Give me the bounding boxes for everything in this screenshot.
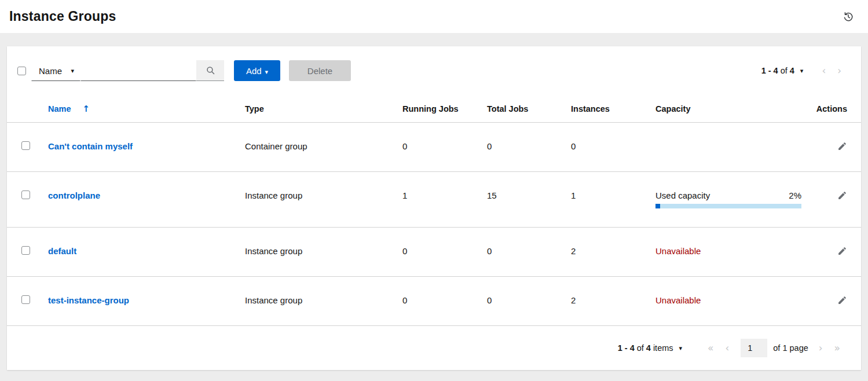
prev-page-button[interactable]: ‹ (719, 343, 735, 353)
cell-instances: 2 (571, 228, 655, 277)
column-header-name[interactable]: Name↑ (48, 96, 245, 123)
instance-group-link[interactable]: default (48, 246, 76, 256)
first-page-button[interactable]: « (702, 343, 719, 353)
history-icon-button[interactable] (841, 10, 855, 24)
pagination-bottom: 1 - 4 of 4 items ▾ « ‹ of 1 page › » (7, 326, 861, 370)
cell-type: Instance group (245, 228, 402, 277)
edit-button[interactable] (837, 246, 847, 256)
row-checkbox[interactable] (21, 141, 30, 150)
search-button[interactable] (196, 60, 224, 81)
add-button[interactable]: Add▾ (234, 60, 280, 81)
cell-instances: 1 (571, 172, 655, 228)
cell-total-jobs: 0 (487, 277, 571, 326)
cell-type: Instance group (245, 172, 402, 228)
chevron-down-icon: ▾ (679, 345, 683, 351)
cell-instances: 0 (571, 123, 655, 172)
edit-button[interactable] (837, 141, 847, 151)
sort-ascending-icon[interactable]: ↑ (83, 104, 90, 114)
cell-running-jobs: 0 (402, 228, 487, 277)
table-row: default Instance group 0 0 2 Unavailable (7, 228, 861, 277)
page-header: Instance Groups (0, 0, 868, 33)
chevron-down-icon: ▾ (71, 68, 74, 74)
edit-button[interactable] (837, 190, 847, 200)
search-input[interactable] (80, 60, 196, 81)
instance-groups-card: Name ▾ Add▾ Delete 1 - 4 of 4 ▾ (7, 46, 861, 370)
filter-key-label: Name (39, 66, 62, 76)
capacity-unavailable-label: Unavailable (655, 295, 701, 305)
cell-capacity: Used capacity 2% (655, 172, 809, 228)
search-box (80, 60, 224, 81)
add-button-label: Add (246, 66, 262, 76)
column-header-actions: Actions (809, 96, 861, 123)
column-header-instances: Instances (571, 96, 655, 123)
filter-key-select[interactable]: Name ▾ (31, 60, 80, 81)
pagination-top: 1 - 4 of 4 ▾ ‹ › (761, 66, 847, 76)
cell-total-jobs: 15 (487, 172, 571, 228)
table-header-row: Name↑ Type Running Jobs Total Jobs Insta… (7, 96, 861, 123)
page-count-label: of 1 page (773, 343, 808, 353)
cell-type: Container group (245, 123, 402, 172)
instance-group-link[interactable]: controlplane (48, 190, 100, 200)
prev-page-button[interactable]: ‹ (816, 66, 832, 76)
column-header-type: Type (245, 96, 402, 123)
search-icon (206, 65, 215, 75)
delete-button[interactable]: Delete (289, 60, 351, 81)
pagination-of: of (781, 66, 788, 75)
capacity-unavailable-label: Unavailable (655, 246, 701, 256)
cell-running-jobs: 1 (402, 172, 487, 228)
cell-total-jobs: 0 (487, 123, 571, 172)
history-icon (843, 11, 854, 23)
pagination-of: of (637, 343, 644, 353)
last-page-button[interactable]: » (829, 343, 846, 353)
edit-button[interactable] (837, 295, 847, 305)
select-all-checkbox[interactable] (17, 67, 26, 75)
pagination-bottom-summary[interactable]: 1 - 4 of 4 items ▾ (618, 343, 682, 353)
column-header-capacity: Capacity (655, 96, 809, 123)
current-page-input[interactable] (741, 339, 767, 357)
column-header-total-jobs: Total Jobs (487, 96, 571, 123)
pagination-range: 1 - 4 (761, 66, 778, 75)
table-row: test-instance-group Instance group 0 0 2… (7, 277, 861, 326)
capacity-progress-bar (655, 204, 801, 208)
delete-button-label: Delete (307, 66, 332, 76)
pagination-total: 4 (790, 66, 794, 75)
row-checkbox[interactable] (21, 246, 30, 255)
list-toolbar: Name ▾ Add▾ Delete 1 - 4 of 4 ▾ (7, 46, 861, 81)
cell-instances: 2 (571, 277, 655, 326)
pencil-icon (837, 141, 847, 151)
cell-capacity (655, 123, 809, 172)
cell-running-jobs: 0 (402, 277, 487, 326)
page-title: Instance Groups (9, 9, 116, 24)
next-page-button[interactable]: › (813, 343, 829, 353)
pagination-total: 4 (646, 343, 651, 353)
cell-type: Instance group (245, 277, 402, 326)
pencil-icon (837, 246, 847, 256)
table-row: Can't contain myself Container group 0 0… (7, 123, 861, 172)
cell-capacity: Unavailable (655, 228, 809, 277)
instance-group-link[interactable]: Can't contain myself (48, 141, 133, 151)
chevron-down-icon: ▾ (800, 68, 804, 74)
pencil-icon (837, 190, 847, 200)
pagination-range: 1 - 4 (618, 343, 635, 353)
pencil-icon (837, 295, 847, 305)
next-page-button[interactable]: › (832, 66, 847, 76)
cell-total-jobs: 0 (487, 228, 571, 277)
column-header-running-jobs: Running Jobs (402, 96, 487, 123)
row-checkbox[interactable] (21, 190, 30, 199)
cell-running-jobs: 0 (402, 123, 487, 172)
chevron-down-icon: ▾ (265, 68, 269, 75)
pagination-items-word: items (653, 343, 673, 353)
instance-groups-table: Name↑ Type Running Jobs Total Jobs Insta… (7, 96, 861, 326)
capacity-progress-fill (655, 204, 660, 208)
cell-capacity: Unavailable (655, 277, 809, 326)
table-row: controlplane Instance group 1 15 1 Used … (7, 172, 861, 228)
row-checkbox[interactable] (21, 295, 30, 304)
pagination-top-summary[interactable]: 1 - 4 of 4 ▾ (761, 66, 804, 75)
used-capacity-percent: 2% (789, 190, 801, 200)
used-capacity-label: Used capacity (655, 190, 710, 200)
instance-group-link[interactable]: test-instance-group (48, 295, 129, 305)
